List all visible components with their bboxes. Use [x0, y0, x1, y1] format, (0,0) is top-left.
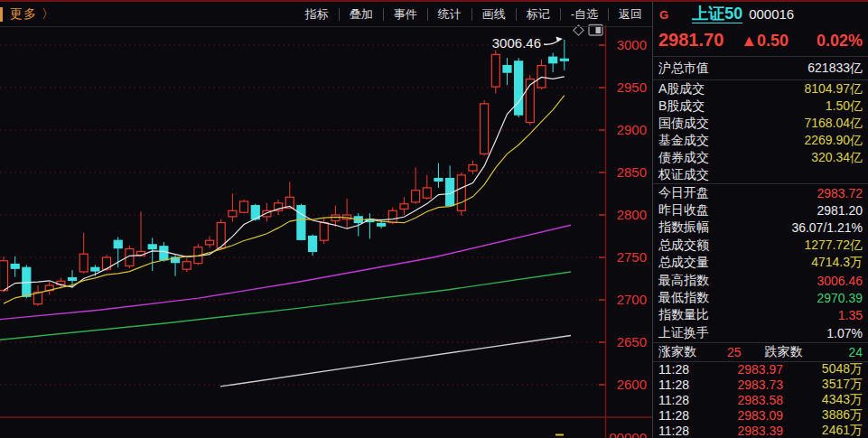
stat-label: 基金成交 [658, 133, 709, 149]
candle [378, 223, 386, 226]
tick-time: 11:28 [658, 362, 714, 377]
peak-arrow [544, 41, 559, 45]
stat-row: 最低指数2970.39 [658, 289, 863, 306]
stat-row: 债券成交320.34亿 [658, 149, 863, 166]
stat-section: A股成交8104.97亿B股成交1.50亿国债成交7168.04亿基金成交226… [658, 80, 863, 183]
more-menu-button[interactable]: 更多 〉 [10, 6, 55, 23]
candle [240, 201, 248, 212]
candle [331, 215, 340, 221]
index-name[interactable]: 上证50 [692, 5, 742, 23]
toolbar-button--自选[interactable]: -自选 [561, 2, 608, 26]
y-axis-label: 2900 [617, 122, 647, 137]
stat-label: 指数振幅 [658, 219, 709, 236]
tick-row: 11:282983.733517万 [658, 377, 863, 392]
stat-row: 昨日收盘2981.20 [658, 201, 863, 219]
y-axis-label: 2800 [617, 207, 647, 222]
candle [309, 237, 317, 252]
g-flag-badge: G [659, 8, 668, 22]
stat-row: 沪总市值621833亿 [658, 57, 863, 79]
candle [79, 254, 88, 272]
stat-value: 1.07% [826, 326, 863, 340]
tick-time: 11:28 [658, 377, 714, 392]
tick-row: 11:282983.584343万 [658, 392, 863, 407]
tick-time: 11:28 [658, 424, 714, 438]
candlestick-chart[interactable]: 3000295029002850280027502700265026003006… [0, 0, 652, 438]
clipped-left-icon [0, 7, 3, 22]
y-axis-label: 2600 [617, 377, 647, 392]
stat-section: 今日开盘2983.72昨日收盘2981.20指数振幅36.07/1.21%总成交… [658, 184, 863, 342]
candle [412, 191, 420, 202]
candle [297, 206, 305, 240]
stat-row: 上证换手1.07% [658, 324, 863, 341]
quote-price-row: 2981.70 ▲0.50 0.02% [658, 28, 863, 56]
stat-row: 总成交量4714.3万 [658, 255, 863, 272]
statistics-sections: 沪总市值621833亿A股成交8104.97亿B股成交1.50亿国债成交7168… [658, 57, 863, 343]
stat-row: 总成交额1277.72亿 [658, 237, 863, 254]
toolbar-button-画线[interactable]: 画线 [472, 2, 516, 26]
candle [457, 175, 465, 210]
advancers-label: 涨家数 [658, 344, 696, 360]
stat-value: 320.34亿 [811, 150, 863, 166]
stat-label: 今日开盘 [658, 185, 709, 201]
stat-label: 总成交量 [658, 255, 709, 271]
toolbar-button-叠加[interactable]: 叠加 [340, 2, 383, 26]
y-axis-label: 2650 [617, 334, 647, 349]
stat-section: 沪总市值621833亿 [658, 57, 863, 79]
quote-panel: G 上证50 000016 2981.70 ▲0.50 0.02% 沪总市值62… [652, 2, 868, 438]
candle [560, 59, 568, 61]
toolbar-button-group: 指标叠加事件统计画线标记-自选返回 [295, 2, 652, 26]
tick-volume: 2461万 [798, 423, 863, 438]
toolbar-button-统计[interactable]: 统计 [428, 2, 471, 26]
toolbar-button-指标[interactable]: 指标 [295, 2, 339, 26]
toolbar-button-事件[interactable]: 事件 [384, 2, 427, 26]
stat-value: 621833亿 [807, 61, 863, 77]
y-axis-label: 2700 [617, 292, 647, 307]
stat-value: 36.07/1.21% [791, 220, 863, 235]
stat-label: 国债成交 [658, 116, 709, 132]
stat-value: 1.35 [838, 308, 863, 322]
candle [549, 57, 557, 63]
stat-label: 指数量比 [658, 307, 709, 323]
stat-row: 指数振幅36.07/1.21% [658, 219, 863, 237]
clipped-bottom-axis-label: 00000 [609, 430, 647, 438]
candle [423, 188, 431, 198]
candle [491, 54, 499, 87]
stat-value: 2983.72 [817, 186, 863, 200]
tick-list[interactable]: 11:282983.975048万11:282983.733517万11:282… [658, 362, 863, 438]
y-axis-label: 2750 [617, 249, 647, 265]
chart-toolbar: 更多 〉 指标叠加事件统计画线标记-自选返回 [0, 2, 652, 27]
y-axis-label: 3000 [617, 37, 647, 52]
candle [388, 210, 397, 222]
tick-price: 2983.09 [714, 408, 798, 423]
tick-row: 11:282983.392461万 [658, 423, 863, 438]
stat-label: 权证成交 [658, 167, 709, 183]
stat-row: 权证成交 [658, 166, 863, 183]
advance-decline-row: 涨家数 25 跌家数 24 [658, 343, 863, 361]
stat-value: 7168.04亿 [804, 116, 863, 132]
toolbar-button-返回[interactable]: 返回 [609, 2, 652, 26]
stat-label: 昨日收盘 [658, 202, 709, 219]
stat-value: 2970.39 [817, 291, 863, 305]
stat-row: 国债成交7168.04亿 [658, 115, 863, 132]
stat-label: B股成交 [658, 98, 705, 115]
candle [148, 245, 156, 249]
stat-row: 基金成交2269.90亿 [658, 132, 863, 149]
y-axis-label: 2950 [617, 79, 647, 95]
candle [11, 265, 19, 269]
tick-volume: 4343万 [798, 392, 863, 408]
split-window-icon-fill [596, 27, 602, 34]
stat-label: 沪总市值 [658, 61, 709, 77]
candle [400, 204, 408, 210]
last-price: 2981.70 [658, 30, 723, 51]
stat-value: 3006.46 [817, 274, 863, 288]
toolbar-button-标记[interactable]: 标记 [517, 2, 560, 26]
stat-row: 今日开盘2983.72 [658, 184, 863, 201]
candle [91, 267, 99, 271]
candle [469, 165, 477, 172]
tick-row: 11:282983.093886万 [658, 407, 863, 423]
tick-price: 2983.97 [714, 362, 798, 377]
y-axis-label: 2850 [617, 164, 647, 180]
ma30-line [0, 272, 571, 340]
stat-row: B股成交1.50亿 [658, 98, 863, 115]
tick-volume: 3517万 [798, 377, 863, 393]
